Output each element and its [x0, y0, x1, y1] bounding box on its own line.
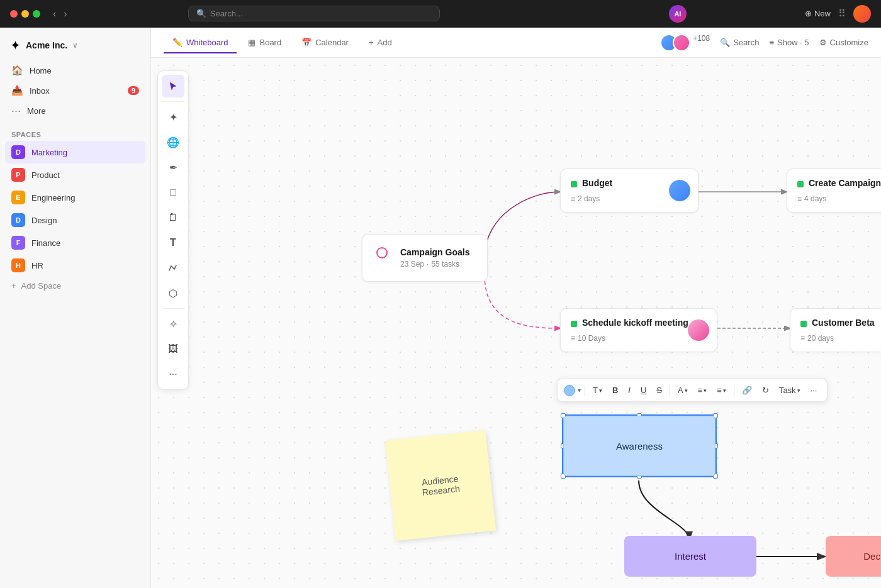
magic-icon: ✦	[169, 111, 177, 123]
show-button[interactable]: ≡ Show · 5	[769, 38, 809, 47]
space-dot-marketing: D	[11, 145, 25, 159]
tab-add[interactable]: + Add	[360, 33, 401, 53]
customize-label: Customize	[830, 38, 868, 47]
add-space-button[interactable]: + Add Space	[0, 277, 150, 295]
sticky-note-text: Audience Research	[421, 474, 461, 497]
task-button[interactable]: Task ▾	[775, 383, 804, 397]
avatars-row: +108	[660, 34, 710, 52]
strikethrough-button[interactable]: S	[653, 383, 666, 397]
campaign-goals-card[interactable]: Campaign Goals 23 Sep · 55 tasks	[362, 234, 488, 282]
tab-label: Add	[378, 38, 392, 47]
show-label: Show · 5	[777, 38, 809, 47]
pen-tool[interactable]: ✒	[162, 156, 184, 179]
bold-button[interactable]: B	[609, 383, 622, 397]
more-options-button[interactable]: ···	[807, 383, 821, 397]
image-tool[interactable]: 🖼	[162, 338, 184, 360]
card-title: Create Campaign	[809, 178, 881, 188]
search-button[interactable]: 🔍 Search	[720, 38, 759, 47]
awareness-label: Awareness	[616, 441, 663, 452]
more-tools[interactable]: ···	[162, 363, 184, 386]
format-toolbar: ▾ T ▾ B I U S A ▾ ≡ ▾	[557, 379, 828, 402]
create-campaign-card[interactable]: Create Campaign ≡ 4 days	[787, 169, 881, 213]
text-icon: T	[593, 386, 598, 395]
global-search-bar[interactable]: 🔍 Search...	[188, 6, 440, 21]
main-layout: ✦ Acme Inc. ∨ 🏠 Home 📥 Inbox 9 ⋯ More Sp…	[0, 28, 881, 588]
sidebar-item-engineering[interactable]: E Engineering	[5, 186, 145, 209]
customer-beta-card[interactable]: Customer Beta ≡ 20 days	[790, 308, 881, 352]
shape-tool[interactable]: □	[162, 181, 184, 204]
tab-calendar[interactable]: 📅 Calendar	[293, 33, 357, 53]
whiteboard-icon: ✏️	[172, 38, 182, 47]
select-tool[interactable]	[162, 75, 184, 97]
sidebar-item-more[interactable]: ⋯ More	[5, 101, 145, 121]
customize-button[interactable]: ⚙ Customize	[819, 38, 868, 47]
ellipsis-icon: ···	[169, 369, 177, 380]
note-tool[interactable]: 🗒	[162, 206, 184, 229]
grid-icon[interactable]: ⠿	[838, 8, 846, 19]
font-type-button[interactable]: T ▾	[589, 383, 606, 397]
network-tool[interactable]: ⬡	[162, 282, 184, 304]
maximize-button[interactable]	[33, 10, 40, 18]
refresh-icon[interactable]: ↻	[758, 383, 773, 397]
sidebar-item-label: More	[27, 106, 46, 116]
close-button[interactable]	[10, 10, 18, 18]
sticky-note[interactable]: Audience Research	[385, 430, 496, 541]
space-dot-engineering: E	[11, 191, 25, 204]
decision-box[interactable]: Decision	[826, 536, 881, 577]
plus-icon: +	[369, 38, 374, 47]
list-button[interactable]: ≡ ▾	[713, 383, 730, 397]
tab-board[interactable]: ▦ Board	[239, 33, 290, 53]
sidebar-item-product[interactable]: P Product	[5, 164, 145, 186]
acme-title: Acme Inc.	[26, 40, 67, 50]
globe-tool[interactable]: 🌐	[162, 131, 184, 153]
interest-box[interactable]: Interest	[624, 536, 756, 577]
interest-label: Interest	[675, 551, 706, 562]
sidebar-item-marketing[interactable]: D Marketing	[5, 141, 145, 164]
tab-whiteboard[interactable]: ✏️ Whiteboard	[164, 33, 237, 53]
chevron-down-icon[interactable]: ▾	[578, 387, 581, 394]
status-indicator	[797, 181, 804, 187]
tab-label: Calendar	[315, 38, 349, 47]
sparkle-tool[interactable]: ✧	[162, 313, 184, 335]
awareness-box[interactable]: Awareness	[563, 416, 715, 476]
avatar-count: +108	[693, 34, 710, 52]
whiteboard-canvas[interactable]: ✦ 🌐 ✒ □ 🗒 T	[151, 58, 881, 588]
sidebar-item-hr[interactable]: H HR	[5, 254, 145, 277]
align-button[interactable]: ≡ ▾	[694, 383, 711, 397]
draw-tool[interactable]	[162, 257, 184, 279]
tab-label: Whiteboard	[186, 38, 228, 47]
magic-tool[interactable]: ✦	[162, 106, 184, 128]
new-button[interactable]: ⊕ New	[805, 9, 831, 18]
search-icon: 🔍	[720, 38, 730, 47]
sidebar-item-home[interactable]: 🏠 Home	[5, 60, 145, 80]
color-picker[interactable]	[564, 385, 575, 396]
card-title: Campaign Goals	[400, 247, 469, 257]
search-placeholder: Search...	[210, 9, 243, 18]
budget-card[interactable]: Budget ≡ 2 days	[560, 169, 699, 213]
sidebar-item-design[interactable]: D Design	[5, 209, 145, 231]
user-avatar[interactable]	[853, 5, 871, 23]
schedule-kickoff-card[interactable]: Schedule kickoff meeting ≡ 10 Days	[560, 308, 717, 352]
sidebar-nav: 🏠 Home 📥 Inbox 9 ⋯ More	[0, 58, 150, 123]
sidebar-item-inbox[interactable]: 📥 Inbox 9	[5, 80, 145, 101]
space-label: Finance	[31, 238, 60, 248]
chevron-down-icon: ▾	[599, 387, 602, 394]
card-sub: ≡ 10 Days	[571, 334, 707, 343]
home-icon: 🏠	[11, 65, 23, 76]
font-size-button[interactable]: A ▾	[674, 383, 692, 397]
sparkle-icon: ✧	[169, 318, 177, 330]
sidebar-item-label: Inbox	[30, 86, 50, 96]
tabs-bar: ✏️ Whiteboard ▦ Board 📅 Calendar + Add +…	[151, 28, 881, 58]
link-button[interactable]: 🔗	[738, 383, 756, 397]
text-tool[interactable]: T	[162, 231, 184, 254]
sidebar-item-finance[interactable]: F Finance	[5, 231, 145, 254]
back-button[interactable]: ‹	[50, 7, 59, 21]
minimize-button[interactable]	[21, 10, 29, 18]
forward-button[interactable]: ›	[61, 7, 69, 21]
underline-button[interactable]: U	[637, 383, 650, 397]
card-avatar	[669, 180, 690, 201]
space-label: Engineering	[31, 193, 75, 202]
ai-badge[interactable]: AI	[669, 5, 687, 23]
show-icon: ≡	[769, 38, 774, 47]
italic-button[interactable]: I	[624, 383, 634, 397]
